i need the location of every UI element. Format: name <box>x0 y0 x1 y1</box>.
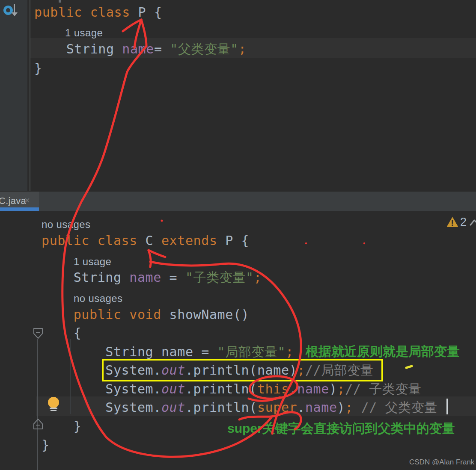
yellow-dash-mark <box>406 366 412 368</box>
code-line[interactable]: } <box>34 60 42 77</box>
red-arrow-c-barb <box>149 250 165 257</box>
code-line[interactable]: } <box>42 437 50 453</box>
red-arrow-c-leg <box>149 250 151 267</box>
tab-label: C.java <box>0 195 26 207</box>
top-gutter-strip <box>0 0 27 191</box>
code-line[interactable]: public void showName() <box>42 307 249 323</box>
code-line[interactable]: } <box>42 418 81 435</box>
red-speck <box>161 220 163 222</box>
usage-hint[interactable]: no usages <box>74 290 122 307</box>
csdn-watermark: CSDN @Alan Frank <box>409 458 474 467</box>
navigate-down-icon[interactable] <box>14 4 15 13</box>
code-line[interactable]: { <box>42 325 81 341</box>
warning-count: 2 <box>460 216 467 229</box>
close-icon[interactable]: × <box>24 195 30 206</box>
text-caret <box>446 399 448 414</box>
code-line[interactable]: System.out.println(name);//局部变量 <box>42 362 374 378</box>
code-line[interactable]: String name= "父类变量"; <box>34 41 247 57</box>
active-tab-underline <box>0 207 39 211</box>
code-line[interactable]: String name = "子类变量"; <box>42 269 262 286</box>
fold-region-line <box>37 339 38 470</box>
editor-tab-bar: C.java × <box>0 191 476 211</box>
tab-c-java[interactable]: C.java × <box>0 192 39 211</box>
red-arrow-p-barb <box>123 20 141 31</box>
annotation-nearest-rule: 根据就近原则就是局部变量 <box>306 343 460 361</box>
red-speck <box>305 242 307 244</box>
code-line[interactable]: System.out.println(super.name); // 父类变量 <box>42 399 437 416</box>
red-speck <box>363 242 365 244</box>
usage-hint[interactable]: no usages <box>42 216 90 233</box>
code-line[interactable]: System.out.println(this.name);// 子类变量 <box>42 381 422 397</box>
code-line[interactable]: public class C extends P { <box>42 233 249 249</box>
navigate-down-icon-head <box>12 12 18 16</box>
code-line[interactable]: String name = "局部变量"; <box>42 344 294 360</box>
usage-hint[interactable]: 1 usage <box>65 25 103 41</box>
code-line[interactable]: public class P { <box>34 4 162 21</box>
annotation-super-note: super关键字会直接访问到父类中的变量 <box>227 420 455 437</box>
ide-screenshot: { "tab": { "label": "C.java", "close_gly… <box>0 0 476 470</box>
gutter-divider <box>30 0 30 191</box>
usage-hint[interactable]: 1 usage <box>74 254 111 270</box>
clipped-line-fragment <box>59 0 61 3</box>
warning-triangle-icon <box>447 217 458 227</box>
chevron-up-icon[interactable] <box>469 217 476 227</box>
